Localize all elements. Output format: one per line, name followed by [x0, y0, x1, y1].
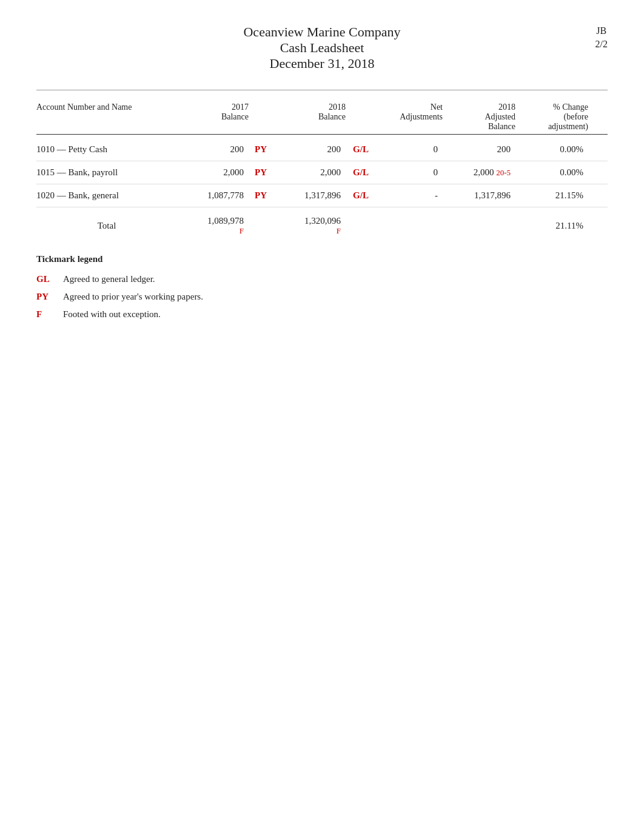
bal2018-1010: 200: [273, 144, 346, 155]
total-bal2017: 1,089,978 F: [182, 216, 249, 236]
col-account: Account Number and Name: [36, 102, 182, 132]
py-mark-1010: PY: [249, 144, 273, 155]
col-bal2018: 2018 Balance: [273, 102, 346, 132]
bal2017-1010: 200: [182, 144, 249, 155]
data-table: 1010 — Petty Cash 200 PY 200 G/L 0 200 0…: [36, 138, 608, 242]
gl-mark-1015: G/L: [346, 167, 376, 178]
py-mark-1020: PY: [249, 190, 273, 201]
col-adj-bal: 2018 Adjusted Balance: [443, 102, 515, 132]
table-row: 1010 — Petty Cash 200 PY 200 G/L 0 200 0…: [36, 138, 608, 161]
bal2017-1020: 1,087,778: [182, 190, 249, 201]
pct-1010: 0.00%: [515, 144, 588, 155]
net-adj-1020: -: [376, 190, 443, 201]
col-pct-change: % Change (before adjustment): [515, 102, 588, 132]
f-mark-2018: F: [337, 226, 341, 236]
legend-item-py: PY Agreed to prior year's working papers…: [36, 292, 608, 302]
table-row: 1020 — Bank, general 1,087,778 PY 1,317,…: [36, 184, 608, 207]
legend-key-f: F: [36, 309, 61, 320]
pct-1015: 0.00%: [515, 167, 588, 178]
account-1020: 1020 — Bank, general: [36, 190, 182, 201]
adj-bal-1020: 1,317,896: [443, 190, 515, 201]
account-1010: 1010 — Petty Cash: [36, 144, 182, 155]
col-bal2017: 2017 Balance: [182, 102, 249, 132]
legend-desc-gl: Agreed to general ledger.: [63, 274, 155, 284]
adj-bal-1015: 2,000 20-5: [443, 167, 515, 178]
py-mark-1015: PY: [249, 167, 273, 178]
legend-key-py: PY: [36, 292, 61, 302]
report-date: December 31, 2018: [243, 56, 400, 72]
badge-page: 2/2: [595, 38, 608, 51]
total-bal2018: 1,320,096 F: [273, 216, 346, 236]
bal2018-1015: 2,000: [273, 167, 346, 178]
tickmark-legend-title: Tickmark legend: [36, 254, 608, 264]
page-header: Oceanview Marine Company Cash Leadsheet …: [36, 24, 608, 72]
badge-initials: JB: [595, 24, 608, 38]
total-label: Total: [36, 221, 182, 231]
legend-item-gl: GL Agreed to general ledger.: [36, 274, 608, 284]
gl-mark-1020: G/L: [346, 190, 376, 201]
header-divider: [36, 90, 608, 90]
report-title: Cash Leadsheet: [243, 40, 400, 56]
adj-bal-1010: 200: [443, 144, 515, 155]
col-net-adj: Net Adjustments: [376, 102, 443, 132]
legend-desc-py: Agreed to prior year's working papers.: [63, 292, 203, 302]
total-row: Total 1,089,978 F 1,320,096 F 21.11%: [36, 207, 608, 242]
col-tickmark-gl: [346, 102, 376, 132]
legend-desc-f: Footed with out exception.: [63, 309, 161, 320]
ref-20-5: 20-5: [496, 168, 511, 177]
company-name: Oceanview Marine Company: [243, 24, 400, 40]
gl-mark-1010: G/L: [346, 144, 376, 155]
bal2018-1020: 1,317,896: [273, 190, 346, 201]
legend-key-gl: GL: [36, 274, 61, 284]
account-1015: 1015 — Bank, payroll: [36, 167, 182, 178]
f-mark-2017: F: [240, 226, 244, 236]
column-headers: Account Number and Name 2017 Balance 201…: [36, 102, 608, 135]
col-tickmark-py: [249, 102, 273, 132]
net-adj-1015: 0: [376, 167, 443, 178]
table-row: 1015 — Bank, payroll 2,000 PY 2,000 G/L …: [36, 161, 608, 184]
legend-item-f: F Footed with out exception.: [36, 309, 608, 320]
pct-1020: 21.15%: [515, 190, 588, 201]
total-pct: 21.11%: [515, 221, 588, 231]
page-badge: JB 2/2: [595, 24, 608, 52]
header-titles: Oceanview Marine Company Cash Leadsheet …: [243, 24, 400, 72]
net-adj-1010: 0: [376, 144, 443, 155]
bal2017-1015: 2,000: [182, 167, 249, 178]
